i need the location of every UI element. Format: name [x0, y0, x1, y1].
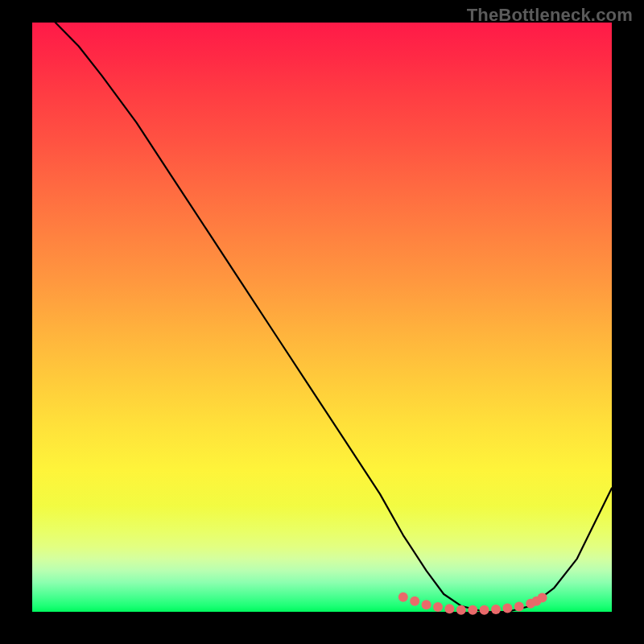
marker-dot — [502, 604, 512, 613]
marker-dot — [491, 605, 501, 614]
chart-svg — [32, 23, 612, 612]
marker-dot — [468, 605, 477, 615]
marker-dot — [444, 604, 454, 613]
marker-dot — [514, 601, 524, 611]
marker-dot — [480, 605, 489, 615]
marker-dot — [456, 605, 466, 615]
marker-dot — [538, 592, 547, 602]
marker-dot — [410, 597, 419, 606]
marker-dot — [398, 592, 408, 602]
chart-frame: TheBottleneck.com — [0, 0, 644, 644]
plot-area — [32, 23, 612, 612]
curve-line — [56, 23, 612, 612]
marker-dot — [422, 600, 431, 609]
marker-dot — [433, 602, 443, 612]
marker-group — [398, 592, 547, 615]
